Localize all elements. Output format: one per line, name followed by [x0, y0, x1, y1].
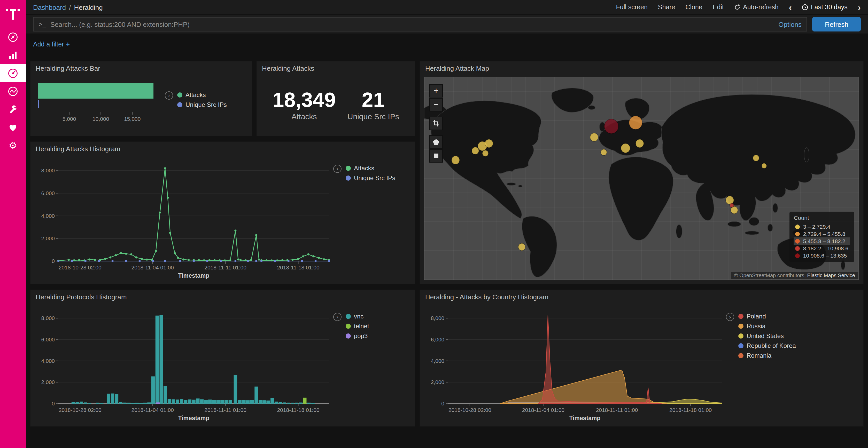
- legend-dot-icon: [738, 353, 743, 358]
- zoom-in-button[interactable]: +: [429, 84, 443, 98]
- sidebar-item-dashboard[interactable]: [0, 64, 26, 82]
- legend-item[interactable]: vnc: [346, 313, 369, 320]
- attack-location-marker[interactable]: [730, 203, 734, 207]
- refresh-button[interactable]: Refresh: [812, 17, 861, 32]
- share-button[interactable]: Share: [658, 4, 675, 11]
- map-legend-range[interactable]: 10,908.6 – 13,635: [794, 252, 850, 259]
- panel-title: Heralding Protocols Histogram: [36, 293, 127, 301]
- attack-location-marker[interactable]: [452, 156, 460, 164]
- time-range-picker[interactable]: Last 30 days: [802, 4, 847, 11]
- rectangle-select-button[interactable]: [429, 149, 443, 163]
- attack-location-marker[interactable]: [604, 119, 618, 133]
- square-icon: [433, 153, 439, 159]
- attack-location-marker[interactable]: [726, 196, 734, 204]
- svg-text:0: 0: [441, 401, 444, 407]
- map-legend-range[interactable]: 2,729.4 – 5,455.8: [794, 230, 850, 237]
- gear-icon: ⚙: [9, 141, 17, 150]
- legend-toggle-icon[interactable]: ›: [333, 313, 342, 321]
- attack-location-marker[interactable]: [482, 150, 488, 157]
- legend-item[interactable]: United States: [738, 333, 796, 340]
- map-legend-range[interactable]: 3 – 2,729.4: [794, 223, 850, 230]
- legend-item[interactable]: Unique Src IPs: [177, 101, 227, 108]
- map-legend-range[interactable]: 8,182.2 – 10,908.6: [794, 245, 850, 252]
- legend-item[interactable]: Romania: [738, 352, 796, 359]
- metric-value: 18,349: [273, 89, 336, 110]
- legend-item[interactable]: Republic of Korea: [738, 342, 796, 349]
- time-back-chevron[interactable]: ‹: [789, 3, 792, 12]
- options-link[interactable]: Options: [778, 21, 802, 28]
- sidebar-item-monitoring[interactable]: [0, 118, 26, 136]
- map-legend-dot-icon: [796, 246, 800, 250]
- svg-text:10,000: 10,000: [92, 116, 109, 122]
- attack-location-marker[interactable]: [590, 133, 598, 141]
- metric-value: 21: [347, 89, 399, 110]
- search-input[interactable]: [51, 21, 774, 28]
- legend-item[interactable]: Unique Src IPs: [346, 174, 395, 182]
- attack-location-marker[interactable]: [472, 147, 479, 154]
- svg-text:4,000: 4,000: [431, 358, 444, 364]
- sidebar-item-visualize[interactable]: [0, 46, 26, 64]
- svg-text:2018-11-11 01:00: 2018-11-11 01:00: [596, 407, 638, 413]
- full-screen-button[interactable]: Full screen: [616, 4, 648, 11]
- legend-item[interactable]: Attacks: [177, 91, 227, 99]
- legend-item[interactable]: Attacks: [346, 165, 395, 172]
- attacks-histogram-chart[interactable]: 02,0004,0006,0008,0002018-10-28 02:00201…: [35, 157, 333, 282]
- polygon-select-button[interactable]: [429, 135, 443, 149]
- edit-button[interactable]: Edit: [713, 4, 724, 11]
- legend-item[interactable]: telnet: [346, 322, 369, 330]
- add-filter-link[interactable]: Add a filter+: [33, 41, 70, 48]
- fit-data-bounds-button[interactable]: [429, 117, 443, 130]
- legend-dot-icon: [346, 175, 351, 181]
- breadcrumb: Dashboard / Heralding: [33, 3, 103, 11]
- metric-label: Attacks: [273, 112, 336, 121]
- sidebar-item-timelion[interactable]: [0, 82, 26, 100]
- panel-heralding-attack-map: Heralding Attack Map: [420, 61, 864, 284]
- sidebar-item-dev-tools[interactable]: [0, 100, 26, 118]
- time-forward-chevron[interactable]: ›: [858, 3, 861, 12]
- breadcrumb-dashboard-link[interactable]: Dashboard: [33, 3, 66, 11]
- svg-text:0: 0: [52, 258, 55, 264]
- legend-dot-icon: [738, 343, 743, 348]
- attack-location-marker[interactable]: [518, 243, 525, 250]
- legend-dot-icon: [346, 334, 351, 339]
- svg-text:0: 0: [52, 401, 55, 407]
- zoom-out-button[interactable]: −: [429, 98, 443, 111]
- clone-button[interactable]: Clone: [686, 4, 703, 11]
- svg-text:4,000: 4,000: [41, 213, 55, 219]
- svg-text:Timestamp: Timestamp: [569, 415, 600, 421]
- protocols-histogram-chart[interactable]: 02,0004,0006,0008,0002018-10-28 02:00201…: [35, 305, 333, 424]
- legend-item[interactable]: Russia: [738, 322, 796, 330]
- auto-refresh-button[interactable]: Auto-refresh: [734, 4, 779, 11]
- breadcrumb-separator: /: [69, 3, 71, 11]
- svg-text:2,000: 2,000: [41, 379, 55, 385]
- country-histogram-chart[interactable]: 02,0004,0006,0008,0002018-10-28 02:00201…: [424, 305, 726, 424]
- svg-text:Timestamp: Timestamp: [178, 272, 209, 279]
- legend-item[interactable]: pop3: [346, 333, 369, 340]
- map-legend-range[interactable]: 5,455.8 – 8,182.2: [794, 237, 850, 245]
- legend-toggle-icon[interactable]: ›: [726, 313, 734, 321]
- refresh-cycle-icon: [734, 4, 740, 10]
- sidebar-item-management[interactable]: ⚙: [0, 136, 26, 154]
- svg-text:2018-11-04 01:00: 2018-11-04 01:00: [522, 407, 564, 413]
- telekom-logo[interactable]: [0, 0, 26, 28]
- attack-location-marker[interactable]: [621, 143, 630, 153]
- legend-item[interactable]: Poland: [738, 313, 796, 320]
- attack-location-marker[interactable]: [636, 139, 644, 148]
- svg-text:2,000: 2,000: [41, 235, 55, 241]
- attack-location-marker[interactable]: [629, 116, 642, 129]
- attacks-bar-chart[interactable]: 5,00010,00015,000: [35, 78, 165, 134]
- legend-toggle-icon[interactable]: ›: [165, 91, 173, 100]
- attack-location-marker[interactable]: [753, 155, 759, 161]
- attack-map[interactable]: + −: [424, 77, 859, 280]
- attack-location-marker[interactable]: [601, 149, 607, 156]
- main-content: Dashboard / Heralding Full screen Share …: [26, 0, 868, 448]
- svg-text:2,000: 2,000: [431, 379, 444, 385]
- sidebar-item-discover[interactable]: [0, 28, 26, 46]
- svg-text:6,000: 6,000: [41, 337, 55, 342]
- legend-toggle-icon[interactable]: ›: [333, 165, 342, 173]
- bar-chart-icon: [7, 49, 19, 61]
- clock-icon: [802, 4, 808, 10]
- attack-location-marker[interactable]: [762, 163, 767, 169]
- svg-text:4,000: 4,000: [41, 358, 55, 364]
- attack-location-marker[interactable]: [485, 139, 493, 148]
